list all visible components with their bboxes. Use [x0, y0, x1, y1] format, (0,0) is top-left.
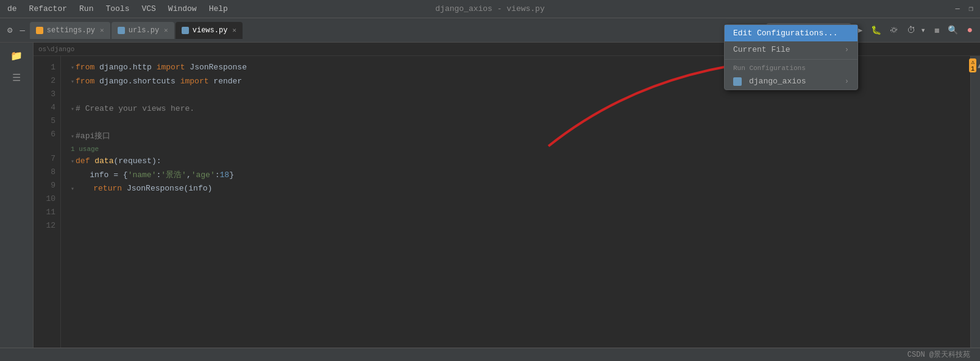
minimize-panel-icon[interactable]: —: [17, 24, 27, 37]
sidebar-project-icon[interactable]: 📁: [8, 47, 25, 65]
code-container: 1 2 3 4 5 6 7 8 9 10 11 12 ▾from django.…: [34, 56, 980, 361]
notification-icon[interactable]: ●: [964, 24, 975, 37]
toolbar-left: ⚙ — settings.py ✕ urls.py ✕ views.py ✕: [5, 22, 243, 39]
line-numbers: 1 2 3 4 5 6 7 8 9 10 11 12: [34, 56, 61, 361]
code-line-9: ▾ return JsonResponse(info): [71, 182, 970, 196]
line-num-12: 12: [34, 219, 55, 233]
search-button[interactable]: 🔍: [945, 24, 960, 37]
line-num-6: 6: [34, 128, 55, 141]
line-num-3: 3: [34, 88, 55, 101]
main-area: 📁 ☰ os\django 1 2 3 4 5 6 7 8 9 10 11 12: [0, 43, 980, 361]
menu-run[interactable]: Run: [77, 3, 96, 15]
editor-area: os\django 1 2 3 4 5 6 7 8 9 10 11 12 ▾fr…: [34, 43, 980, 361]
line-num-9: 9: [34, 179, 55, 192]
tab-settings[interactable]: settings.py ✕: [30, 22, 110, 39]
code-line-10: [71, 196, 970, 209]
current-file-label: Current File: [733, 45, 790, 54]
tab-settings-close[interactable]: ✕: [100, 26, 104, 34]
tab-views[interactable]: views.py ✕: [176, 22, 243, 39]
menu-bar: de Refactor Run Tools VCS Window Help: [5, 3, 230, 15]
run-config-dropdown: Edit Configurations... Current File › Ru…: [724, 24, 858, 90]
tab-urls-label: urls.py: [129, 26, 159, 35]
urls-file-icon: [118, 27, 125, 34]
tab-bar: settings.py ✕ urls.py ✕ views.py ✕: [30, 22, 243, 39]
code-line-8: info = {'name':'景浩','age':18}: [71, 169, 970, 182]
tab-urls[interactable]: urls.py ✕: [112, 22, 174, 39]
window-title: django_axios - views.py: [435, 4, 544, 13]
code-line-11: [71, 209, 970, 223]
sidebar-structure-icon[interactable]: ☰: [10, 69, 23, 86]
status-text: CSDN @景天科技苑: [907, 349, 970, 360]
right-gutter: ⚠ 1 ▲: [970, 56, 980, 361]
code-line-6: ▾#api接口: [71, 130, 970, 144]
menu-help[interactable]: Help: [207, 3, 230, 15]
stop-button[interactable]: ◼: [932, 24, 942, 37]
scroll-up-arrow[interactable]: ▲: [978, 62, 980, 71]
django-axios-item[interactable]: django_axios ›: [725, 73, 857, 89]
edit-configurations-item[interactable]: Edit Configurations...: [725, 25, 857, 41]
code-line-7: ▾def data(request):: [71, 155, 970, 169]
breadcrumb-text: os\django: [38, 46, 74, 53]
current-file-item[interactable]: Current File ›: [725, 41, 857, 58]
edit-configurations-label: Edit Configurations...: [733, 29, 838, 38]
sidebar-left: 📁 ☰: [0, 43, 34, 361]
line-num-11: 11: [34, 206, 55, 219]
settings-file-icon: [36, 27, 43, 34]
code-line-12: [71, 223, 970, 236]
django-axios-label: django_axios: [749, 77, 806, 86]
line-num-1: 1: [34, 61, 55, 74]
tab-views-close[interactable]: ✕: [232, 26, 236, 34]
line-num-2: 2: [34, 74, 55, 88]
code-content[interactable]: ▾from django.http import JsonResponse ▾f…: [61, 56, 970, 361]
menu-window[interactable]: Window: [166, 3, 199, 15]
run-configurations-section: Run Configurations: [725, 61, 857, 73]
line-num-4: 4: [34, 101, 55, 114]
code-line-5: [71, 116, 970, 130]
usage-hint: 1 usage: [71, 144, 970, 155]
views-file-icon: [182, 27, 189, 34]
current-file-chevron: ›: [845, 46, 849, 54]
line-num-5: 5: [34, 114, 55, 128]
profiler-button[interactable]: ⏱ ▾: [904, 24, 928, 37]
line-num-10: 10: [34, 192, 55, 206]
coverage-button[interactable]: ⛮: [887, 24, 901, 37]
django-axios-chevron: ›: [845, 77, 849, 86]
menu-code[interactable]: de: [5, 3, 20, 15]
dropdown-divider: [725, 59, 857, 60]
menu-refactor[interactable]: Refactor: [27, 3, 69, 15]
line-num-8: 8: [34, 166, 55, 179]
tab-views-label: views.py: [193, 26, 228, 35]
code-line-4: ▾# Create your views here.: [71, 102, 970, 116]
menu-vcs[interactable]: VCS: [139, 3, 158, 15]
status-bar: CSDN @景天科技苑: [0, 348, 980, 361]
debug-button[interactable]: 🐛: [868, 24, 884, 37]
django-axios-icon: [733, 77, 742, 86]
tab-settings-label: settings.py: [47, 26, 95, 35]
maximize-button[interactable]: ❐: [967, 5, 975, 13]
title-bar: de Refactor Run Tools VCS Window Help dj…: [0, 0, 980, 18]
window-controls: — ❐: [953, 5, 975, 13]
code-line-3: [71, 89, 970, 102]
minimize-button[interactable]: —: [953, 5, 962, 13]
settings-icon[interactable]: ⚙: [5, 24, 15, 37]
line-num-7: 7: [34, 152, 55, 166]
menu-tools[interactable]: Tools: [103, 3, 132, 15]
tab-urls-close[interactable]: ✕: [164, 26, 168, 34]
title-bar-left: de Refactor Run Tools VCS Window Help: [5, 3, 230, 15]
line-num-usage-spacer: [34, 141, 55, 152]
